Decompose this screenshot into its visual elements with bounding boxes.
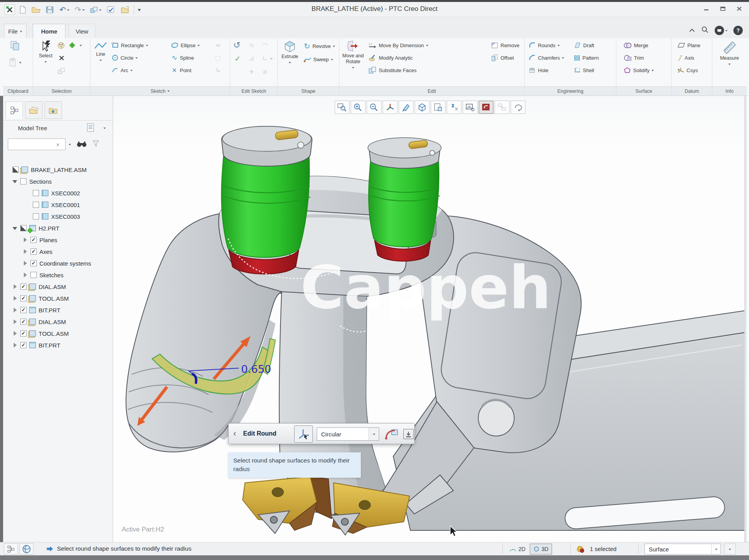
accept-sketch-button[interactable]: ✓ <box>234 53 241 64</box>
tree-checkbox-checked[interactable]: ✓ <box>20 330 27 337</box>
model-part-right-knob[interactable] <box>368 138 441 261</box>
measure-button[interactable]: Measure <box>718 41 741 66</box>
tree-item[interactable]: ✓BIT.PRT <box>3 339 113 351</box>
details-filter-icon[interactable] <box>57 42 65 49</box>
command-search-button[interactable] <box>701 26 709 35</box>
substitute-faces-button[interactable]: Substitute Faces <box>368 65 417 76</box>
tree-expand-arrow[interactable] <box>23 237 28 243</box>
chamfers-button[interactable]: Chamfers <box>529 52 564 63</box>
tree-collapse-arrow[interactable] <box>12 226 18 231</box>
tree-item[interactable]: ✓Planes <box>3 234 113 246</box>
search-dropdown-arrow[interactable] <box>69 144 71 147</box>
tree-expand-arrow[interactable] <box>12 296 18 301</box>
tab-view[interactable]: View <box>69 24 95 38</box>
find-button[interactable] <box>76 140 87 149</box>
display-style-button[interactable] <box>463 101 477 114</box>
saved-orientations-button[interactable] <box>383 101 398 114</box>
tree-checkbox-unchecked[interactable] <box>33 190 39 196</box>
group-label-sketch[interactable]: Sketch <box>91 86 230 96</box>
tab-home[interactable]: Home <box>33 24 66 38</box>
selection-filter-select[interactable]: Surface <box>644 544 721 555</box>
tree-collapse-arrow[interactable] <box>12 179 18 184</box>
restart-sketch-button[interactable]: ↺ <box>233 40 240 51</box>
tree-checkbox-checked[interactable]: ✓ <box>30 237 37 243</box>
tree-item[interactable]: Sketches <box>3 269 113 281</box>
view-manager-button[interactable] <box>431 101 445 114</box>
minimize-button[interactable] <box>702 5 711 12</box>
tree-checkbox-checked[interactable]: ✓ <box>30 248 37 255</box>
tree-settings-dropdown-arrow[interactable] <box>103 128 106 130</box>
tree-item[interactable]: ✓Coordinate systems <box>3 257 113 269</box>
draft-button[interactable]: Draft <box>574 40 594 51</box>
edit-sketch-tool-5[interactable]: + <box>248 66 255 77</box>
edit-sketch-tool-1[interactable]: ≒ <box>248 40 255 51</box>
filter-button[interactable] <box>92 140 100 149</box>
graphics-viewport[interactable]: 0.650 Cappeh <box>113 96 747 542</box>
tree-checkbox-unchecked[interactable] <box>33 202 39 208</box>
extrude-button[interactable]: Extrude <box>279 40 301 65</box>
move-by-dimension-button[interactable]: Move By Dimension <box>368 40 428 51</box>
panel-tab-model-tree[interactable] <box>5 101 23 119</box>
back-button[interactable]: ‹ <box>233 429 236 438</box>
tree-checkbox-unchecked[interactable] <box>20 178 27 184</box>
close-button[interactable] <box>735 5 744 12</box>
community-button[interactable] <box>715 26 728 35</box>
spline-button[interactable]: ∿Spline <box>171 52 194 63</box>
tree-item[interactable]: XSEC0003 <box>3 211 113 222</box>
edit-sketch-tool-6[interactable]: ⌀ <box>261 66 268 77</box>
panel-edge-strip[interactable] <box>0 96 3 542</box>
select-geometry-button[interactable] <box>294 425 313 443</box>
named-views-button[interactable] <box>415 101 430 114</box>
tree-item[interactable]: BRAKE_LATHE.ASM <box>3 164 113 175</box>
tree-expand-arrow[interactable] <box>12 319 18 324</box>
circle-button[interactable]: Circle <box>112 52 138 63</box>
panel-tab-folder-browser[interactable] <box>25 101 43 119</box>
clear-selection-button[interactable]: × <box>58 52 65 63</box>
tree-expand-arrow[interactable] <box>12 284 18 289</box>
sketch-from-surface-button[interactable]: ≈ <box>215 40 222 51</box>
tree-checkbox-unchecked[interactable] <box>33 213 39 220</box>
refit-button[interactable] <box>335 101 350 114</box>
offset-button[interactable]: Offset <box>491 52 514 63</box>
rectangle-button[interactable]: Rectangle <box>112 40 148 51</box>
modify-analytic-button[interactable]: Modify Analytic <box>368 52 413 63</box>
geometry-target-icon[interactable] <box>68 41 76 49</box>
edit-sketch-tool-2[interactable]: ◠ <box>261 40 268 51</box>
target-dropdown-arrow[interactable] <box>80 45 82 48</box>
point-button[interactable]: ×Point <box>171 65 192 76</box>
round-preview-button[interactable] <box>383 427 400 441</box>
restore-button[interactable] <box>719 5 727 12</box>
tree-item[interactable]: ✓TOOL.ASM <box>3 292 113 304</box>
solidify-button[interactable]: Solidify <box>623 65 654 76</box>
mode-3d-button[interactable]: 3D <box>530 544 552 555</box>
line-button[interactable]: Line <box>91 41 110 62</box>
help-button[interactable]: ? <box>733 26 743 35</box>
tree-item[interactable]: ✓TOOL.ASM <box>3 328 113 339</box>
tree-expand-arrow[interactable] <box>12 308 18 313</box>
tree-expand-arrow[interactable] <box>12 343 18 348</box>
hole-button[interactable]: Hole <box>529 65 548 76</box>
filter-dropdown[interactable] <box>711 544 721 554</box>
panel-tab-favorites[interactable] <box>44 101 62 119</box>
tree-checkbox-checked[interactable]: ✓ <box>20 284 27 290</box>
zoom-in-button[interactable] <box>351 101 366 114</box>
selection-boxes-button[interactable] <box>57 66 65 76</box>
arc-button[interactable]: Arc <box>112 65 133 76</box>
tree-expand-arrow[interactable] <box>23 273 28 278</box>
copy-button[interactable] <box>10 41 20 51</box>
sweep-button[interactable]: Sweep <box>304 54 333 65</box>
tree-item[interactable]: ✓DIAL.ASM <box>3 316 113 328</box>
tree-item[interactable]: H2.PRT <box>3 222 113 234</box>
sketch-reference-button[interactable]: ↳ <box>215 65 222 76</box>
browser-button[interactable] <box>20 543 34 555</box>
tree-checkbox-checked[interactable]: ✓ <box>20 295 27 301</box>
spin-center-button[interactable] <box>511 101 525 114</box>
trim-button[interactable]: Trim <box>623 52 644 63</box>
search-clear-icon[interactable]: × <box>56 141 64 148</box>
tree-checkbox-checked[interactable]: ✓ <box>20 319 27 325</box>
tree-item[interactable]: Sections <box>3 175 113 187</box>
round-shape-select[interactable]: Circular <box>317 427 379 441</box>
section-view-button[interactable] <box>479 101 493 114</box>
shell-button[interactable]: Shell <box>574 65 594 76</box>
remove-button[interactable]: Remove <box>491 40 519 51</box>
